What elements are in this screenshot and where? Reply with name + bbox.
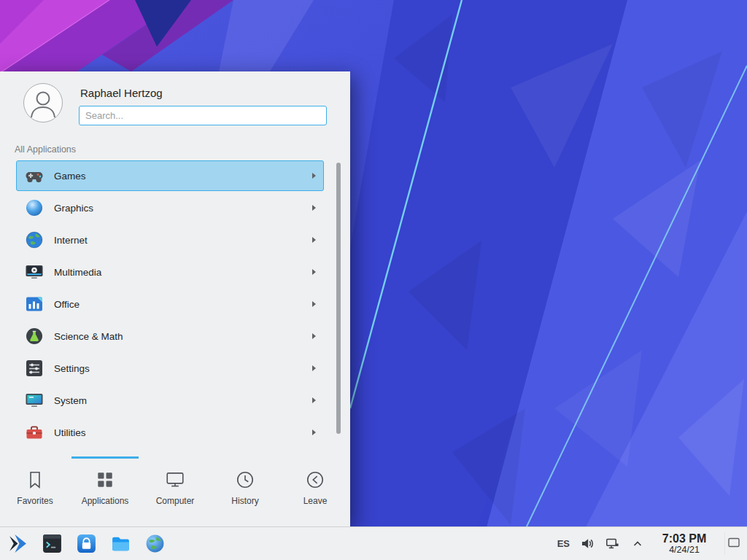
tab-label: Computer	[156, 496, 195, 506]
sliders-icon	[24, 358, 44, 378]
user-name: Raphael Hertzog	[80, 87, 327, 99]
category-games[interactable]: Games	[16, 160, 324, 191]
taskbar-panel: ES 7:03 PM 4/24/21	[0, 526, 747, 560]
tab-label: Leave	[303, 496, 328, 506]
category-label: Games	[54, 171, 86, 182]
search-input[interactable]	[79, 106, 327, 125]
taskbar-app-file-manager[interactable]	[109, 532, 132, 556]
launcher-header: Raphael Hertzog	[0, 71, 350, 136]
computer-icon	[165, 470, 185, 490]
document-chart-icon	[24, 294, 44, 314]
clock-icon	[235, 470, 255, 490]
category-label: Graphics	[54, 203, 93, 214]
user-avatar[interactable]	[23, 83, 63, 122]
launcher-tabbar: Favorites Applications Co	[0, 456, 350, 526]
application-launcher-menu: Raphael Hertzog All Applications Games	[0, 71, 350, 526]
section-label: All Applications	[0, 136, 350, 160]
category-label: Science & Math	[54, 331, 123, 342]
network-icon[interactable]	[605, 537, 619, 551]
chevron-right-icon	[312, 205, 316, 211]
category-office[interactable]: Office	[16, 289, 324, 319]
category-label: Internet	[54, 235, 88, 246]
chevron-right-icon	[312, 237, 316, 243]
category-utilities[interactable]: Utilities	[16, 417, 324, 448]
category-settings[interactable]: Settings	[16, 353, 324, 384]
category-list: Games Graphics	[0, 160, 350, 456]
show-desktop-button[interactable]	[724, 532, 743, 556]
gamepad-icon	[24, 166, 44, 186]
category-label: Settings	[54, 363, 90, 374]
chevron-right-icon	[312, 429, 316, 435]
tab-favorites[interactable]: Favorites	[0, 456, 70, 526]
system-tray: ES 7:03 PM 4/24/21	[557, 532, 747, 556]
show-desktop-icon	[727, 536, 740, 552]
leave-icon	[305, 470, 325, 490]
monitor-icon	[24, 390, 44, 411]
tab-applications[interactable]: Applications	[70, 456, 140, 526]
category-internet[interactable]: Internet	[16, 225, 324, 255]
taskbar-app-terminal[interactable]	[40, 532, 63, 556]
category-system[interactable]: System	[16, 385, 324, 416]
category-science-math[interactable]: Science & Math	[16, 321, 324, 351]
tab-label: Applications	[82, 496, 129, 506]
keyboard-layout-indicator[interactable]: ES	[557, 538, 570, 549]
active-tab-indicator	[71, 456, 139, 459]
grid-icon	[95, 470, 115, 490]
category-label: Office	[54, 299, 80, 310]
tab-label: History	[231, 496, 258, 506]
taskbar-app-discover[interactable]	[74, 532, 98, 556]
chevron-right-icon	[312, 333, 316, 339]
chevron-right-icon	[312, 397, 316, 403]
category-label: System	[54, 395, 87, 406]
category-multimedia[interactable]: Multimedia	[16, 257, 324, 287]
category-graphics[interactable]: Graphics	[16, 192, 324, 223]
web-browser-icon	[144, 533, 166, 554]
tab-computer[interactable]: Computer	[140, 456, 210, 526]
kickoff-icon	[7, 533, 28, 554]
chevron-right-icon	[312, 269, 316, 275]
digital-clock[interactable]: 7:03 PM 4/24/21	[655, 532, 713, 556]
toolbox-icon	[24, 422, 44, 443]
category-label: Multimedia	[54, 267, 101, 278]
globe-icon	[24, 230, 44, 250]
category-help[interactable]: Help	[16, 449, 324, 456]
clock-date: 4/24/21	[657, 545, 712, 555]
chevron-right-icon	[312, 173, 316, 179]
clock-time: 7:03 PM	[657, 532, 712, 545]
app-launcher-button[interactable]	[6, 532, 29, 556]
flask-icon	[24, 326, 44, 346]
volume-icon[interactable]	[581, 537, 595, 551]
file-manager-icon	[110, 533, 131, 554]
tab-leave[interactable]: Leave	[280, 456, 350, 526]
terminal-icon	[42, 533, 63, 554]
chevron-right-icon	[312, 365, 316, 371]
chevron-right-icon	[312, 301, 316, 307]
taskbar-app-web-browser[interactable]	[143, 532, 166, 556]
scrollbar-thumb[interactable]	[336, 163, 341, 434]
expand-tray-chevron-up-icon[interactable]	[630, 537, 644, 551]
bookmark-icon	[25, 470, 45, 490]
tab-history[interactable]: History	[210, 456, 280, 526]
category-label: Utilities	[54, 427, 86, 438]
discover-icon	[76, 533, 97, 554]
photo-orb-icon	[24, 198, 44, 218]
tab-label: Favorites	[17, 496, 53, 506]
media-player-icon	[24, 262, 44, 282]
